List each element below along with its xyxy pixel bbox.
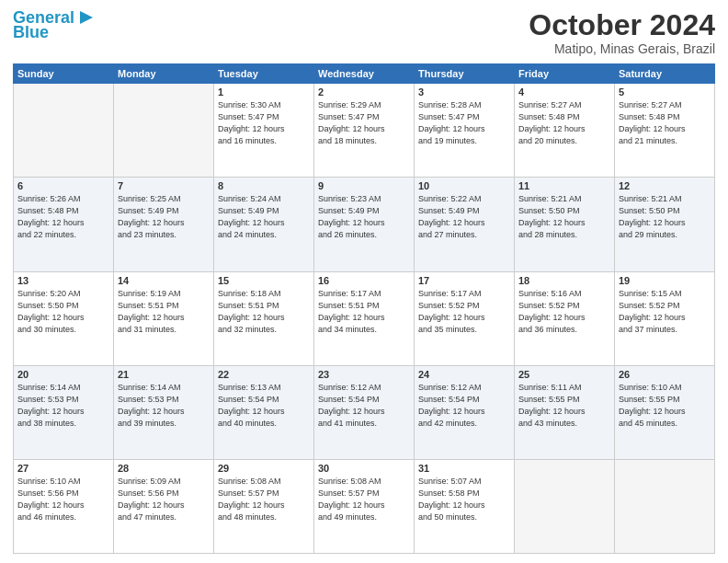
table-row [615, 459, 715, 553]
col-sunday: Sunday [14, 64, 114, 84]
calendar-week-row: 20Sunrise: 5:14 AM Sunset: 5:53 PM Dayli… [14, 365, 715, 459]
day-number: 16 [318, 275, 410, 286]
day-info: Sunrise: 5:22 AM Sunset: 5:49 PM Dayligh… [418, 193, 510, 241]
day-number: 15 [218, 275, 310, 286]
table-row: 22Sunrise: 5:13 AM Sunset: 5:54 PM Dayli… [214, 365, 314, 459]
day-number: 4 [518, 86, 610, 98]
day-info: Sunrise: 5:10 AM Sunset: 5:55 PM Dayligh… [619, 382, 711, 430]
day-info: Sunrise: 5:09 AM Sunset: 5:56 PM Dayligh… [118, 476, 210, 523]
day-info: Sunrise: 5:28 AM Sunset: 5:47 PM Dayligh… [418, 99, 510, 147]
day-number: 11 [518, 180, 610, 191]
table-row [515, 459, 615, 553]
day-number: 8 [218, 180, 310, 191]
day-number: 28 [118, 463, 210, 474]
day-number: 24 [418, 369, 510, 380]
day-number: 3 [418, 86, 510, 98]
day-info: Sunrise: 5:15 AM Sunset: 5:52 PM Dayligh… [619, 288, 711, 336]
table-row: 2Sunrise: 5:29 AM Sunset: 5:47 PM Daylig… [314, 84, 415, 178]
table-row: 16Sunrise: 5:17 AM Sunset: 5:51 PM Dayli… [314, 271, 415, 365]
logo: General Blue [13, 9, 97, 42]
calendar-week-row: 1Sunrise: 5:30 AM Sunset: 5:47 PM Daylig… [14, 84, 715, 178]
day-number: 9 [318, 180, 410, 191]
table-row: 14Sunrise: 5:19 AM Sunset: 5:51 PM Dayli… [114, 271, 214, 365]
day-info: Sunrise: 5:17 AM Sunset: 5:51 PM Dayligh… [318, 288, 410, 336]
col-monday: Monday [114, 64, 214, 84]
table-row: 26Sunrise: 5:10 AM Sunset: 5:55 PM Dayli… [615, 365, 715, 459]
day-number: 29 [218, 463, 310, 474]
table-row: 9Sunrise: 5:23 AM Sunset: 5:49 PM Daylig… [314, 178, 415, 271]
col-saturday: Saturday [615, 64, 715, 84]
table-row: 4Sunrise: 5:27 AM Sunset: 5:48 PM Daylig… [515, 84, 615, 178]
table-row: 27Sunrise: 5:10 AM Sunset: 5:56 PM Dayli… [14, 459, 114, 553]
day-info: Sunrise: 5:21 AM Sunset: 5:50 PM Dayligh… [619, 193, 711, 241]
day-info: Sunrise: 5:10 AM Sunset: 5:56 PM Dayligh… [17, 476, 109, 523]
day-info: Sunrise: 5:17 AM Sunset: 5:52 PM Dayligh… [418, 288, 510, 336]
table-row: 21Sunrise: 5:14 AM Sunset: 5:53 PM Dayli… [114, 365, 214, 459]
day-info: Sunrise: 5:23 AM Sunset: 5:49 PM Dayligh… [318, 193, 410, 241]
day-number: 20 [17, 369, 109, 380]
table-row: 11Sunrise: 5:21 AM Sunset: 5:50 PM Dayli… [515, 178, 615, 271]
day-info: Sunrise: 5:30 AM Sunset: 5:47 PM Dayligh… [218, 99, 310, 147]
table-row: 23Sunrise: 5:12 AM Sunset: 5:54 PM Dayli… [314, 365, 415, 459]
day-number: 10 [418, 180, 510, 191]
logo-arrow-icon [76, 7, 97, 28]
table-row: 10Sunrise: 5:22 AM Sunset: 5:49 PM Dayli… [415, 178, 515, 271]
table-row: 31Sunrise: 5:07 AM Sunset: 5:58 PM Dayli… [415, 459, 515, 553]
col-thursday: Thursday [415, 64, 515, 84]
day-info: Sunrise: 5:27 AM Sunset: 5:48 PM Dayligh… [619, 99, 711, 147]
day-info: Sunrise: 5:24 AM Sunset: 5:49 PM Dayligh… [218, 193, 310, 241]
calendar-week-row: 27Sunrise: 5:10 AM Sunset: 5:56 PM Dayli… [14, 459, 715, 553]
day-number: 31 [418, 463, 510, 474]
table-row: 25Sunrise: 5:11 AM Sunset: 5:55 PM Dayli… [515, 365, 615, 459]
calendar: Sunday Monday Tuesday Wednesday Thursday… [13, 63, 715, 554]
day-number: 17 [418, 275, 510, 286]
day-number: 6 [17, 180, 109, 191]
day-number: 23 [318, 369, 410, 380]
day-number: 12 [619, 180, 711, 191]
table-row: 28Sunrise: 5:09 AM Sunset: 5:56 PM Dayli… [114, 459, 214, 553]
day-number: 22 [218, 369, 310, 380]
day-info: Sunrise: 5:29 AM Sunset: 5:47 PM Dayligh… [318, 99, 410, 147]
day-info: Sunrise: 5:26 AM Sunset: 5:48 PM Dayligh… [17, 193, 109, 241]
location-title: Matipo, Minas Gerais, Brazil [529, 41, 715, 56]
day-info: Sunrise: 5:14 AM Sunset: 5:53 PM Dayligh… [118, 382, 210, 430]
table-row: 15Sunrise: 5:18 AM Sunset: 5:51 PM Dayli… [214, 271, 314, 365]
day-info: Sunrise: 5:13 AM Sunset: 5:54 PM Dayligh… [218, 382, 310, 430]
day-number: 1 [218, 86, 310, 98]
day-info: Sunrise: 5:12 AM Sunset: 5:54 PM Dayligh… [318, 382, 410, 430]
page: General Blue October 2024 Matipo, Minas … [0, 0, 728, 563]
day-info: Sunrise: 5:20 AM Sunset: 5:50 PM Dayligh… [17, 288, 109, 336]
day-number: 7 [118, 180, 210, 191]
svg-marker-0 [80, 11, 93, 24]
table-row: 19Sunrise: 5:15 AM Sunset: 5:52 PM Dayli… [615, 271, 715, 365]
title-block: October 2024 Matipo, Minas Gerais, Brazi… [529, 9, 715, 56]
day-number: 27 [17, 463, 109, 474]
table-row: 20Sunrise: 5:14 AM Sunset: 5:53 PM Dayli… [14, 365, 114, 459]
table-row: 6Sunrise: 5:26 AM Sunset: 5:48 PM Daylig… [14, 178, 114, 271]
col-wednesday: Wednesday [314, 64, 415, 84]
month-title: October 2024 [529, 9, 715, 41]
logo-blue: Blue [13, 24, 49, 42]
day-info: Sunrise: 5:08 AM Sunset: 5:57 PM Dayligh… [318, 476, 410, 523]
day-number: 26 [619, 369, 711, 380]
day-info: Sunrise: 5:21 AM Sunset: 5:50 PM Dayligh… [518, 193, 610, 241]
table-row: 5Sunrise: 5:27 AM Sunset: 5:48 PM Daylig… [615, 84, 715, 178]
day-info: Sunrise: 5:27 AM Sunset: 5:48 PM Dayligh… [518, 99, 610, 147]
day-number: 30 [318, 463, 410, 474]
table-row [14, 84, 114, 178]
col-friday: Friday [515, 64, 615, 84]
day-info: Sunrise: 5:08 AM Sunset: 5:57 PM Dayligh… [218, 476, 310, 523]
day-number: 13 [17, 275, 109, 286]
day-number: 21 [118, 369, 210, 380]
table-row: 12Sunrise: 5:21 AM Sunset: 5:50 PM Dayli… [615, 178, 715, 271]
day-info: Sunrise: 5:18 AM Sunset: 5:51 PM Dayligh… [218, 288, 310, 336]
day-info: Sunrise: 5:14 AM Sunset: 5:53 PM Dayligh… [17, 382, 109, 430]
day-number: 14 [118, 275, 210, 286]
table-row: 24Sunrise: 5:12 AM Sunset: 5:54 PM Dayli… [415, 365, 515, 459]
day-info: Sunrise: 5:11 AM Sunset: 5:55 PM Dayligh… [518, 382, 610, 430]
calendar-week-row: 6Sunrise: 5:26 AM Sunset: 5:48 PM Daylig… [14, 178, 715, 271]
calendar-header-row: Sunday Monday Tuesday Wednesday Thursday… [14, 64, 715, 84]
day-info: Sunrise: 5:12 AM Sunset: 5:54 PM Dayligh… [418, 382, 510, 430]
header: General Blue October 2024 Matipo, Minas … [13, 9, 715, 56]
day-number: 25 [518, 369, 610, 380]
